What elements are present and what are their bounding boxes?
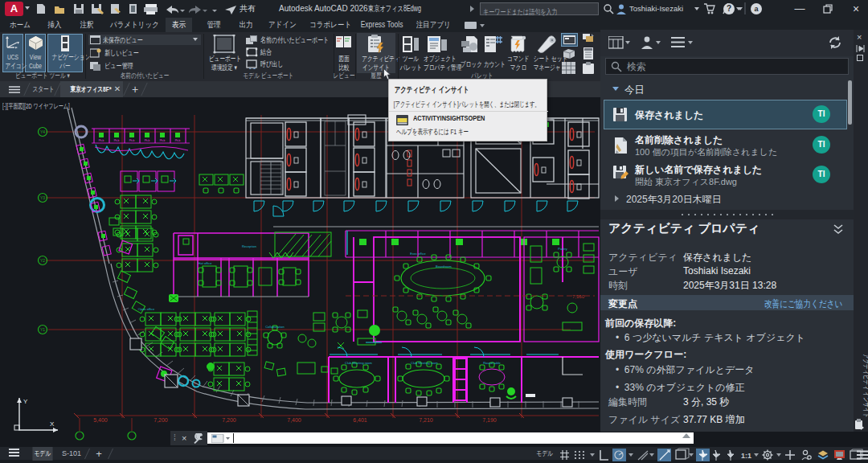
svg-text:Y1: Y1	[40, 327, 45, 332]
svg-text:Ph.b: Ph.b	[129, 139, 135, 142]
svg-text:Ph.b: Ph.b	[99, 139, 104, 142]
svg-text:Y2: Y2	[40, 258, 45, 263]
svg-text:Exec office: Exec office	[410, 252, 426, 256]
svg-text:Open office: Open office	[138, 307, 155, 311]
svg-text:7,190: 7,190	[482, 417, 497, 423]
svg-text:Ph.b: Ph.b	[160, 139, 166, 142]
svg-text:アクティビティ インサイト: アクティビティ インサイト	[862, 354, 868, 418]
svg-text:5,400: 5,400	[93, 417, 108, 423]
svg-text:Y4: Y4	[40, 129, 45, 134]
svg-text:7,200: 7,200	[154, 417, 168, 423]
svg-text:7,210: 7,210	[419, 417, 433, 423]
svg-text:7,160: 7,160	[572, 294, 585, 299]
svg-text:Boardroom: Boardroom	[436, 264, 452, 268]
svg-text:Pantry: Pantry	[558, 247, 567, 251]
svg-text:Ph.b: Ph.b	[145, 139, 150, 142]
svg-text:1:1: 1:1	[741, 452, 751, 460]
svg-text:Club Meeting room: Club Meeting room	[411, 361, 438, 365]
svg-text:6,401: 6,401	[353, 417, 367, 423]
svg-text:7,200: 7,200	[222, 417, 236, 423]
svg-text:7,400: 7,400	[287, 417, 301, 423]
svg-text:Y: Y	[23, 398, 28, 405]
svg-text:Ph.b: Ph.b	[114, 139, 120, 142]
svg-text:Reception: Reception	[242, 244, 256, 248]
svg-text:Collaboration: Collaboration	[265, 325, 285, 329]
svg-text:Hot office: Hot office	[199, 261, 213, 265]
svg-text:Round table: Round table	[483, 361, 501, 365]
svg-text:Club Meeting room: Club Meeting room	[345, 361, 372, 365]
svg-text:Y3: Y3	[40, 195, 45, 200]
svg-text:Ph.b: Ph.b	[175, 139, 181, 142]
svg-text:X: X	[50, 420, 55, 428]
